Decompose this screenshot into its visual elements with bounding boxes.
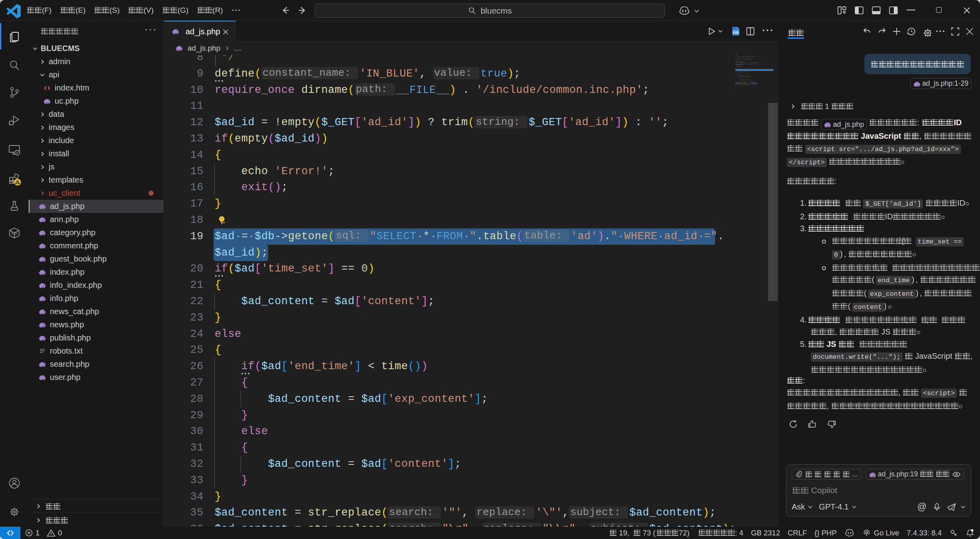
svg-text:PHP: PHP bbox=[733, 31, 739, 34]
